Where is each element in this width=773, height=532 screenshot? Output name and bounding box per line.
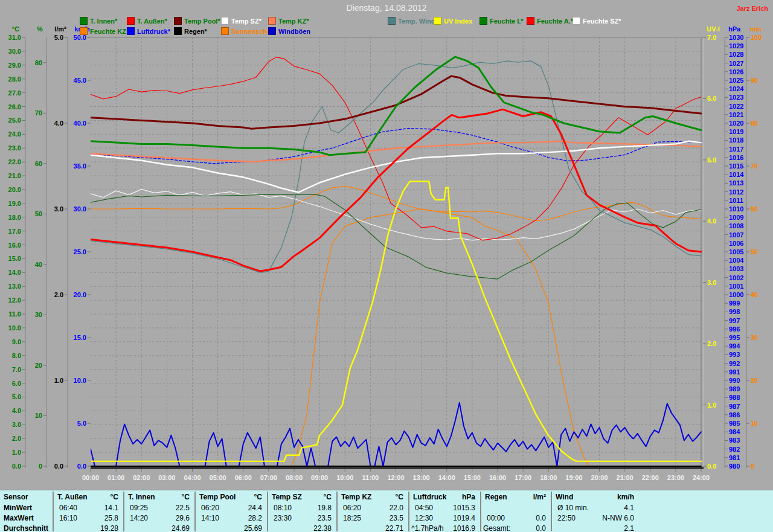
min-value: 19.8 — [268, 504, 332, 512]
legend-item-temp-sz: Temp SZ* — [221, 17, 261, 25]
axis-tick-label-HPA: 983 — [729, 437, 740, 444]
axis-tick-label-HPA: 1028 — [729, 51, 743, 58]
x-tick-label: 23:00 — [667, 474, 684, 481]
axis-tick-label-HPA: 1003 — [729, 265, 743, 272]
min-value: 22.5 — [124, 504, 190, 512]
feuchte-kz-swatch-icon — [80, 27, 88, 35]
x-tick-label: 14:00 — [438, 474, 455, 481]
axis-tick-label-C: 6.0 — [12, 380, 21, 387]
axis-tick-label-C: 18.0 — [8, 214, 21, 221]
avg-value: 22.71 — [337, 524, 403, 532]
legend-item-feuchte-kz: Feuchte KZ* — [80, 27, 129, 35]
axis-tick-label-HPA: 1005 — [729, 248, 743, 255]
sensor-unit: °C — [53, 493, 118, 501]
table-row-label: Durchschnitt — [4, 524, 48, 532]
axis-tick-label-C: 25.0 — [8, 117, 21, 124]
axis-tick-label-UV: 5.0 — [707, 156, 716, 164]
axis-tick-label-HPA: 1025 — [729, 77, 743, 84]
temp-pool-swatch-icon — [174, 17, 182, 25]
axis-tick-label-HPA: 1001 — [729, 283, 743, 290]
table-column-divider — [194, 492, 196, 531]
axis-tick-label-KMH: 20.0 — [74, 291, 86, 298]
axis-tick-label-HPA: 1016 — [729, 154, 743, 161]
max-value: 28.2 — [195, 514, 262, 522]
x-tick-label: 24:00 — [693, 474, 710, 481]
axis-tick-label-HPA: 1022 — [729, 103, 743, 110]
legend-label: Temp KZ* — [278, 18, 309, 25]
t-innen-swatch-icon — [80, 17, 88, 25]
stats-table: SensorMinWertMaxWertDurchschnittT. Außen… — [0, 490, 773, 532]
table-column-divider — [336, 492, 338, 531]
avg-value: 19.28 — [53, 524, 118, 532]
x-tick-label: 07:00 — [260, 474, 277, 481]
axis-tick-label-HPA: 1020 — [729, 120, 743, 127]
axis-tick-label-HPA: 995 — [729, 334, 740, 341]
sensor-unit: km/h — [551, 493, 634, 501]
x-tick-label: 06:00 — [235, 474, 252, 481]
axis-tick-label-C: 10.0 — [8, 324, 21, 332]
x-tick-label: 02:00 — [133, 474, 150, 481]
table-column-divider — [480, 492, 481, 531]
sensor-unit: °C — [268, 493, 332, 501]
axis-tick-label-HPA: 1029 — [729, 42, 743, 50]
x-tick-label: 17:00 — [515, 474, 531, 481]
sensor-unit: °C — [195, 493, 262, 501]
legend-item-t-aussen: T. Außen* — [127, 17, 167, 25]
axis-tick-label-HPA: 1017 — [729, 146, 743, 153]
axis-tick-label-KMH: 15.0 — [74, 334, 86, 341]
axis-tick-label-HPA: 1006 — [729, 240, 743, 247]
axis-tick-label-HPA: 1026 — [729, 68, 743, 75]
axis-tick-label-C: 20.0 — [8, 186, 21, 193]
axis-tick-label-PCT: 70 — [35, 109, 42, 117]
avg-value: 22.38 — [268, 524, 332, 532]
axis-tick-label-PCT: 60 — [35, 160, 42, 167]
axis-tick-label-MIN: 10 — [751, 420, 758, 427]
axis-tick-label-LM2: 1.0 — [54, 377, 63, 384]
legend-label: Feuchte A.* — [537, 18, 573, 25]
avg-value: 24.69 — [124, 524, 190, 532]
series-sonnenschein — [91, 209, 701, 466]
axis-tick-label-LM2: 3.0 — [54, 205, 63, 213]
legend-label: Windböen — [278, 28, 310, 35]
table-column-divider — [267, 492, 268, 531]
max-value: N-NW 6.0 — [551, 514, 634, 522]
axis-tick-label-C: 21.0 — [8, 172, 21, 179]
axis-tick-label-HPA: 1019 — [729, 128, 743, 135]
axis-tick-label-C: 9.0 — [12, 338, 21, 345]
axis-tick-label-HPA: 1021 — [729, 111, 743, 118]
axis-tick-label-C: 13.0 — [8, 283, 21, 290]
axis-tick-label-KMH: 45.0 — [74, 77, 86, 84]
legend-label: Temp. Wind* — [398, 18, 438, 25]
axis-tick-label-HPA: 981 — [729, 454, 740, 461]
legend-item-luftdruck: Luftdruck* — [127, 27, 170, 35]
axis-tick-label-LM2: 4.0 — [54, 120, 63, 127]
legend-label: Feuchte I.* — [490, 18, 524, 25]
axis-tick-label-C: 17.0 — [8, 228, 21, 235]
axis-tick-label-PCT: 10 — [35, 412, 42, 419]
feuchte-i-swatch-icon — [480, 17, 487, 25]
axis-tick-label-HPA: 991 — [729, 368, 740, 376]
axis-tick-label-C: 28.0 — [8, 75, 21, 83]
axis-tick-label-KMH: 10.0 — [74, 377, 86, 384]
axis-tick-label-C: 5.0 — [12, 393, 21, 400]
axis-tick-label-C: 7.0 — [12, 366, 21, 373]
uv-index-swatch-icon — [434, 17, 441, 25]
axis-tick-label-HPA: 993 — [729, 351, 740, 358]
table-column-divider — [123, 492, 124, 531]
axis-tick-label-MIN: 50 — [751, 248, 758, 255]
axis-tick-label-HPA: 996 — [729, 325, 740, 333]
axis-tick-label-HPA: 990 — [729, 377, 740, 384]
x-tick-label: 00:00 — [82, 474, 99, 481]
axis-tick-label-C: 8.0 — [12, 352, 21, 359]
legend-label: T. Außen* — [137, 18, 167, 25]
axis-tick-label-MIN: 40 — [751, 291, 758, 298]
axis-tick-label-HPA: 1000 — [729, 291, 743, 298]
axis-tick-label-MIN: 20 — [751, 377, 758, 384]
axis-tick-label-HPA: 1012 — [729, 188, 743, 196]
legend-label: Regen* — [184, 28, 207, 35]
axis-tick-label-C: 26.0 — [8, 103, 21, 111]
table-row-label: MaxWert — [4, 514, 34, 522]
windboeen-swatch-icon — [268, 27, 276, 35]
legend-item-regen: Regen* — [174, 27, 207, 35]
temp-wind-swatch-icon — [388, 17, 396, 25]
